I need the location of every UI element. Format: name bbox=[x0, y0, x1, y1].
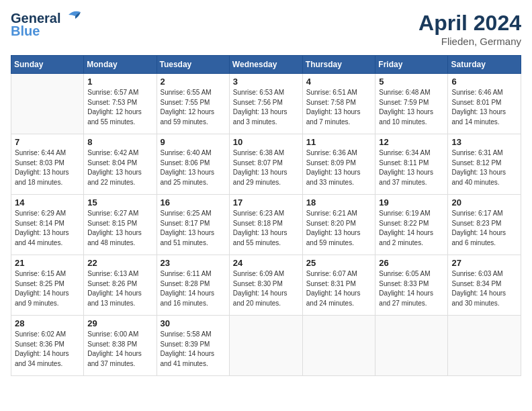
calendar-cell: 13Sunrise: 6:31 AM Sunset: 8:12 PM Dayli… bbox=[448, 134, 521, 195]
day-number: 23 bbox=[161, 258, 226, 268]
day-header-wednesday: Wednesday bbox=[229, 56, 302, 74]
day-number: 28 bbox=[15, 318, 80, 328]
day-info: Sunrise: 6:36 AM Sunset: 8:09 PM Dayligh… bbox=[306, 148, 372, 187]
day-number: 30 bbox=[161, 318, 226, 328]
day-info: Sunrise: 6:42 AM Sunset: 8:04 PM Dayligh… bbox=[87, 148, 152, 187]
day-number: 5 bbox=[379, 77, 444, 87]
day-header-monday: Monday bbox=[84, 56, 157, 74]
calendar-cell: 10Sunrise: 6:38 AM Sunset: 8:07 PM Dayli… bbox=[229, 134, 302, 195]
day-number: 25 bbox=[306, 258, 372, 268]
calendar-cell: 27Sunrise: 6:03 AM Sunset: 8:34 PM Dayli… bbox=[448, 255, 521, 316]
calendar-cell: 7Sunrise: 6:44 AM Sunset: 8:03 PM Daylig… bbox=[11, 134, 84, 195]
day-info: Sunrise: 6:57 AM Sunset: 7:53 PM Dayligh… bbox=[87, 88, 152, 127]
day-number: 21 bbox=[15, 258, 80, 268]
day-info: Sunrise: 6:40 AM Sunset: 8:06 PM Dayligh… bbox=[161, 148, 226, 187]
calendar-cell: 14Sunrise: 6:29 AM Sunset: 8:14 PM Dayli… bbox=[11, 195, 84, 255]
day-info: Sunrise: 6:55 AM Sunset: 7:55 PM Dayligh… bbox=[161, 88, 226, 127]
day-number: 16 bbox=[161, 197, 226, 208]
calendar-cell: 1Sunrise: 6:57 AM Sunset: 7:53 PM Daylig… bbox=[84, 74, 157, 134]
day-info: Sunrise: 6:31 AM Sunset: 8:12 PM Dayligh… bbox=[451, 148, 517, 187]
week-row-4: 21Sunrise: 6:15 AM Sunset: 8:25 PM Dayli… bbox=[11, 255, 521, 316]
day-number: 9 bbox=[161, 137, 226, 147]
day-info: Sunrise: 6:05 AM Sunset: 8:33 PM Dayligh… bbox=[379, 269, 444, 308]
day-info: Sunrise: 6:21 AM Sunset: 8:20 PM Dayligh… bbox=[306, 209, 372, 248]
calendar-cell: 3Sunrise: 6:53 AM Sunset: 7:56 PM Daylig… bbox=[229, 74, 302, 134]
day-info: Sunrise: 6:00 AM Sunset: 8:38 PM Dayligh… bbox=[87, 330, 152, 369]
day-info: Sunrise: 6:11 AM Sunset: 8:28 PM Dayligh… bbox=[161, 269, 226, 308]
day-number: 17 bbox=[233, 197, 299, 208]
day-info: Sunrise: 6:46 AM Sunset: 8:01 PM Dayligh… bbox=[451, 88, 517, 127]
calendar-cell: 12Sunrise: 6:34 AM Sunset: 8:11 PM Dayli… bbox=[375, 134, 448, 195]
logo-bird-icon bbox=[62, 9, 82, 24]
day-info: Sunrise: 6:02 AM Sunset: 8:36 PM Dayligh… bbox=[15, 330, 80, 369]
day-info: Sunrise: 5:58 AM Sunset: 8:39 PM Dayligh… bbox=[161, 330, 226, 369]
day-info: Sunrise: 6:13 AM Sunset: 8:26 PM Dayligh… bbox=[87, 269, 152, 308]
day-header-thursday: Thursday bbox=[302, 56, 375, 74]
day-info: Sunrise: 6:07 AM Sunset: 8:31 PM Dayligh… bbox=[306, 269, 372, 308]
calendar-cell: 24Sunrise: 6:09 AM Sunset: 8:30 PM Dayli… bbox=[229, 255, 302, 316]
calendar-cell: 2Sunrise: 6:55 AM Sunset: 7:55 PM Daylig… bbox=[157, 74, 229, 134]
day-number: 1 bbox=[87, 77, 152, 87]
day-info: Sunrise: 6:34 AM Sunset: 8:11 PM Dayligh… bbox=[379, 148, 444, 187]
calendar-cell: 30Sunrise: 5:58 AM Sunset: 8:39 PM Dayli… bbox=[157, 316, 229, 376]
calendar-cell: 16Sunrise: 6:25 AM Sunset: 8:17 PM Dayli… bbox=[157, 195, 229, 255]
day-info: Sunrise: 6:48 AM Sunset: 7:59 PM Dayligh… bbox=[379, 88, 444, 127]
calendar-cell: 19Sunrise: 6:19 AM Sunset: 8:22 PM Dayli… bbox=[375, 195, 448, 255]
calendar-subtitle: Flieden, Germany bbox=[418, 36, 521, 47]
day-info: Sunrise: 6:51 AM Sunset: 7:58 PM Dayligh… bbox=[306, 88, 372, 127]
calendar-cell: 26Sunrise: 6:05 AM Sunset: 8:33 PM Dayli… bbox=[375, 255, 448, 316]
calendar-cell bbox=[448, 316, 521, 376]
calendar-cell: 6Sunrise: 6:46 AM Sunset: 8:01 PM Daylig… bbox=[448, 74, 521, 134]
week-row-5: 28Sunrise: 6:02 AM Sunset: 8:36 PM Dayli… bbox=[11, 316, 521, 376]
calendar-cell: 28Sunrise: 6:02 AM Sunset: 8:36 PM Dayli… bbox=[11, 316, 84, 376]
day-info: Sunrise: 6:03 AM Sunset: 8:34 PM Dayligh… bbox=[451, 269, 517, 308]
day-number: 22 bbox=[87, 258, 152, 268]
week-row-2: 7Sunrise: 6:44 AM Sunset: 8:03 PM Daylig… bbox=[11, 134, 521, 195]
day-header-saturday: Saturday bbox=[448, 56, 521, 74]
day-number: 7 bbox=[15, 137, 80, 147]
calendar-cell: 18Sunrise: 6:21 AM Sunset: 8:20 PM Dayli… bbox=[302, 195, 375, 255]
calendar-title: April 2024 bbox=[418, 11, 521, 36]
day-number: 10 bbox=[233, 137, 299, 147]
calendar-cell bbox=[375, 316, 448, 376]
day-number: 3 bbox=[233, 77, 299, 87]
day-number: 27 bbox=[451, 258, 517, 268]
page-header: General Blue April 2024 Flieden, Germany bbox=[11, 11, 521, 47]
calendar-cell: 15Sunrise: 6:27 AM Sunset: 8:15 PM Dayli… bbox=[84, 195, 157, 255]
logo: General Blue bbox=[11, 11, 82, 39]
calendar-cell bbox=[11, 74, 84, 134]
week-row-1: 1Sunrise: 6:57 AM Sunset: 7:53 PM Daylig… bbox=[11, 74, 521, 134]
day-number: 15 bbox=[87, 197, 152, 208]
day-info: Sunrise: 6:38 AM Sunset: 8:07 PM Dayligh… bbox=[233, 148, 299, 187]
day-number: 4 bbox=[306, 77, 372, 87]
day-info: Sunrise: 6:25 AM Sunset: 8:17 PM Dayligh… bbox=[161, 209, 226, 248]
calendar-cell: 5Sunrise: 6:48 AM Sunset: 7:59 PM Daylig… bbox=[375, 74, 448, 134]
calendar-cell: 11Sunrise: 6:36 AM Sunset: 8:09 PM Dayli… bbox=[302, 134, 375, 195]
calendar-cell: 25Sunrise: 6:07 AM Sunset: 8:31 PM Dayli… bbox=[302, 255, 375, 316]
day-info: Sunrise: 6:29 AM Sunset: 8:14 PM Dayligh… bbox=[15, 209, 80, 248]
calendar-cell bbox=[302, 316, 375, 376]
day-info: Sunrise: 6:17 AM Sunset: 8:23 PM Dayligh… bbox=[451, 209, 517, 248]
title-block: April 2024 Flieden, Germany bbox=[418, 11, 521, 47]
day-info: Sunrise: 6:23 AM Sunset: 8:18 PM Dayligh… bbox=[233, 209, 299, 248]
day-number: 18 bbox=[306, 197, 372, 208]
day-number: 8 bbox=[87, 137, 152, 147]
day-number: 6 bbox=[451, 77, 517, 87]
day-number: 13 bbox=[451, 137, 517, 147]
day-number: 20 bbox=[451, 197, 517, 208]
day-header-friday: Friday bbox=[375, 56, 448, 74]
calendar-cell: 9Sunrise: 6:40 AM Sunset: 8:06 PM Daylig… bbox=[157, 134, 229, 195]
calendar-cell: 23Sunrise: 6:11 AM Sunset: 8:28 PM Dayli… bbox=[157, 255, 229, 316]
calendar-cell: 29Sunrise: 6:00 AM Sunset: 8:38 PM Dayli… bbox=[84, 316, 157, 376]
day-number: 14 bbox=[15, 197, 80, 208]
week-row-3: 14Sunrise: 6:29 AM Sunset: 8:14 PM Dayli… bbox=[11, 195, 521, 255]
day-info: Sunrise: 6:09 AM Sunset: 8:30 PM Dayligh… bbox=[233, 269, 299, 308]
day-number: 19 bbox=[379, 197, 444, 208]
day-number: 26 bbox=[379, 258, 444, 268]
calendar-cell: 17Sunrise: 6:23 AM Sunset: 8:18 PM Dayli… bbox=[229, 195, 302, 255]
day-info: Sunrise: 6:19 AM Sunset: 8:22 PM Dayligh… bbox=[379, 209, 444, 248]
day-number: 12 bbox=[379, 137, 444, 147]
day-info: Sunrise: 6:53 AM Sunset: 7:56 PM Dayligh… bbox=[233, 88, 299, 127]
calendar-cell: 8Sunrise: 6:42 AM Sunset: 8:04 PM Daylig… bbox=[84, 134, 157, 195]
day-number: 2 bbox=[161, 77, 226, 87]
